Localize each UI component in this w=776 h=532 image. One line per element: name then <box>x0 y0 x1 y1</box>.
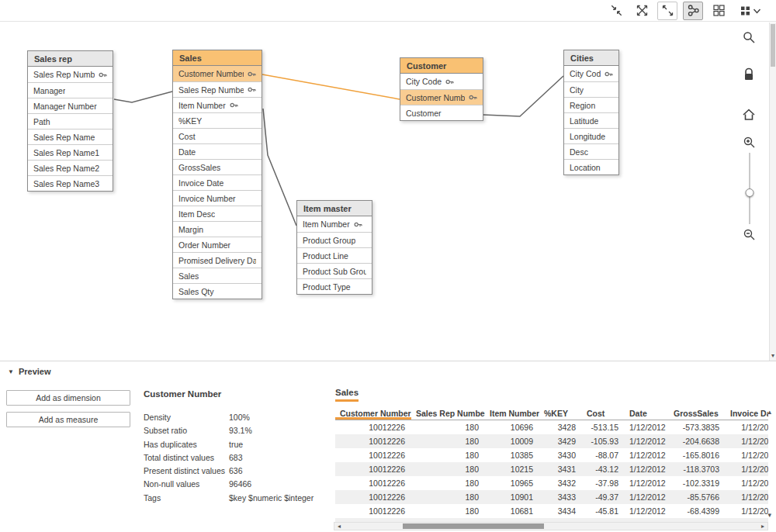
table-scroll-down-icon[interactable]: ▾ <box>767 511 771 519</box>
field-latitude[interactable]: Latitude <box>564 112 618 128</box>
preview-toggle[interactable]: ▼Preview <box>0 361 776 382</box>
field-label: Sales Rep Name <box>33 130 95 145</box>
column-header-invoice-date[interactable]: Invoice Date <box>726 406 768 420</box>
zoom-in-icon[interactable] <box>742 135 756 149</box>
show-linked-fields-icon[interactable] <box>632 2 652 20</box>
field-margin[interactable]: Margin <box>173 221 262 237</box>
horizontal-scrollbar[interactable]: ◂ ▸ <box>334 522 768 530</box>
zoom-slider[interactable] <box>747 153 752 224</box>
lock-icon[interactable] <box>742 67 756 81</box>
field-region[interactable]: Region <box>564 97 618 112</box>
cell: 180 <box>411 434 485 448</box>
property-value: 93.1% <box>229 424 252 437</box>
scroll-left-icon[interactable]: ◂ <box>334 523 344 530</box>
table-item-master[interactable]: Item masterItem NumberProduct GroupProdu… <box>296 200 372 295</box>
table-cities[interactable]: CitiesCity CodeCityRegionLatitudeLongitu… <box>563 50 619 175</box>
field-promised-delivery-date[interactable]: Promised Delivery Date <box>173 252 262 268</box>
cell: 1/12/2012 <box>726 476 768 490</box>
field-item-number[interactable]: Item Number <box>297 216 372 232</box>
field-customer-number[interactable]: Customer Number <box>173 66 262 81</box>
table-header[interactable]: Sales rep <box>28 51 113 67</box>
field-invoice-number[interactable]: Invoice Number <box>173 190 262 206</box>
table-header[interactable]: Sales <box>173 50 262 66</box>
field-label: Customer Number <box>406 90 465 105</box>
field-key[interactable]: %KEY <box>173 112 262 128</box>
field-order-number[interactable]: Order Number <box>173 237 262 252</box>
add-as-measure-button[interactable]: Add as measure <box>6 412 130 427</box>
field-product-group[interactable]: Product Group <box>297 232 372 247</box>
column-header-item-number[interactable]: Item Number <box>485 406 539 420</box>
table-customer[interactable]: CustomerCity CodeCustomer NumberCustomer <box>400 57 483 121</box>
apps-menu-button[interactable] <box>734 2 767 20</box>
column-header-sales-rep-number[interactable]: Sales Rep Number <box>411 406 485 420</box>
field-sales-qty[interactable]: Sales Qty <box>173 283 262 299</box>
table-row: 10012226180109653432-37.981/12/2012-102.… <box>335 476 768 490</box>
field-customer[interactable]: Customer <box>400 105 483 120</box>
zoom-out-icon[interactable] <box>742 227 756 241</box>
scrollbar-thumb[interactable] <box>771 24 775 67</box>
scroll-down-icon[interactable]: ▾ <box>770 352 776 360</box>
field-product-type[interactable]: Product Type <box>297 278 372 294</box>
add-as-dimension-button[interactable]: Add as dimension <box>6 390 130 406</box>
field-invoice-date[interactable]: Invoice Date <box>173 174 262 190</box>
data-model-canvas[interactable]: Sales repSales Rep NumberManagerManager … <box>0 22 769 361</box>
field-sales[interactable]: Sales <box>173 268 262 283</box>
field-sales-rep-name1[interactable]: Sales Rep Name1 <box>28 144 113 160</box>
table-header[interactable]: Item master <box>297 201 372 216</box>
column-header-date[interactable]: Date <box>625 406 669 420</box>
scrollbar-thumb[interactable] <box>403 523 544 529</box>
cell: -37.98 <box>582 476 625 490</box>
table-row: 10012226180100093429-105.931/12/2012-204… <box>335 434 768 448</box>
expand-all-icon[interactable] <box>657 2 677 20</box>
key-icon <box>469 93 477 102</box>
column-header-key[interactable]: %KEY <box>539 406 582 420</box>
source-table-view-icon[interactable] <box>708 2 729 20</box>
field-city-code[interactable]: City Code <box>564 66 618 81</box>
table-sales-rep[interactable]: Sales repSales Rep NumberManagerManager … <box>27 50 113 192</box>
field-label: %KEY <box>178 113 202 129</box>
cell: 3431 <box>539 462 582 476</box>
table-scroll-up-icon[interactable]: ▴ <box>767 408 771 416</box>
field-sales-rep-name[interactable]: Sales Rep Name <box>28 129 113 144</box>
field-sales-rep-number[interactable]: Sales Rep Number <box>28 67 113 82</box>
field-desc[interactable]: Desc <box>564 143 618 159</box>
table-sales[interactable]: SalesCustomer NumberSales Rep NumberItem… <box>172 50 262 299</box>
field-location[interactable]: Location <box>564 159 618 174</box>
field-grosssales[interactable]: GrossSales <box>173 159 262 174</box>
table-header[interactable]: Cities <box>564 50 618 66</box>
field-label: Customer Number <box>178 66 244 81</box>
home-icon[interactable] <box>742 108 756 122</box>
field-sales-rep-name2[interactable]: Sales Rep Name2 <box>28 160 113 175</box>
search-icon[interactable] <box>742 30 756 44</box>
cell: 3432 <box>539 476 582 490</box>
field-city-code[interactable]: City Code <box>400 74 483 89</box>
canvas-vertical-scrollbar[interactable]: ▾ <box>769 22 776 361</box>
field-date[interactable]: Date <box>173 143 262 159</box>
field-customer-number[interactable]: Customer Number <box>400 89 483 105</box>
field-city[interactable]: City <box>564 81 618 97</box>
column-header-grosssales[interactable]: GrossSales <box>669 406 726 420</box>
cell: 1/12/2012 <box>726 448 768 462</box>
field-manager-number[interactable]: Manager Number <box>28 98 113 113</box>
column-header-customer-number[interactable]: Customer Number <box>335 406 411 420</box>
field-path[interactable]: Path <box>28 113 113 129</box>
field-item-number[interactable]: Item Number <box>173 97 262 112</box>
field-manager[interactable]: Manager <box>28 82 113 98</box>
preview-table-tab[interactable]: Sales <box>335 388 359 402</box>
field-product-sub-group[interactable]: Product Sub Group <box>297 263 372 278</box>
cell: -85.5766 <box>669 490 726 504</box>
field-sales-rep-name3[interactable]: Sales Rep Name3 <box>28 175 113 191</box>
zoom-slider-thumb[interactable] <box>745 188 753 197</box>
preview-panel: ▼Preview Add as dimension Add as measure… <box>0 361 776 532</box>
scroll-right-icon[interactable]: ▸ <box>758 523 767 530</box>
field-product-line[interactable]: Product Line <box>297 247 372 263</box>
column-header-cost[interactable]: Cost <box>582 406 625 420</box>
field-longitude[interactable]: Longitude <box>564 128 618 143</box>
field-item-desc[interactable]: Item Desc <box>173 206 262 221</box>
table-header[interactable]: Customer <box>400 58 483 74</box>
cell: 10012226 <box>335 476 411 490</box>
field-cost[interactable]: Cost <box>173 128 262 143</box>
collapse-all-icon[interactable] <box>606 2 626 20</box>
field-sales-rep-number[interactable]: Sales Rep Number <box>173 81 262 97</box>
internal-table-view-icon[interactable] <box>683 2 703 20</box>
